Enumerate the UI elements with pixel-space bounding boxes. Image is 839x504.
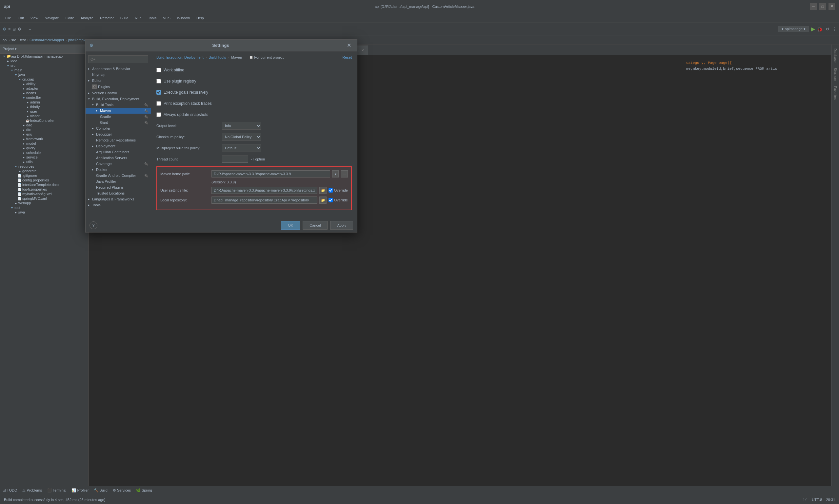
nav-item-test[interactable]: test — [20, 38, 26, 42]
settings-item-javaprofiler[interactable]: Java Profiler — [86, 179, 151, 184]
settings-item-deployment[interactable]: ▸ Deployment — [86, 143, 151, 149]
close-button[interactable]: ✕ — [828, 3, 835, 10]
tree-item-adapter[interactable]: ▸ adapter — [0, 86, 88, 91]
tree-item-service[interactable]: ▸ service — [0, 155, 88, 160]
nav-item-mapper[interactable]: CustomArticleMapper — [30, 38, 64, 42]
settings-item-appearance[interactable]: ▸ Appearance & Behavior — [86, 66, 151, 72]
user-settings-input[interactable] — [211, 187, 318, 194]
settings-item-docker[interactable]: ▸ Docker — [86, 167, 151, 173]
menu-file[interactable]: File — [3, 15, 14, 21]
settings-item-gradle-android[interactable]: Gradle-Android Compiler 🔌 — [86, 173, 151, 179]
settings-search-input[interactable] — [88, 55, 148, 63]
print-exceptions-checkbox[interactable] — [156, 101, 161, 106]
tree-item-query[interactable]: ▸ query — [0, 146, 88, 150]
multiproject-select[interactable]: Default Fail at end Never fail — [222, 144, 261, 152]
tree-item-thirdly[interactable]: ▸ thirdly — [0, 105, 88, 109]
tree-item-ability[interactable]: ▸ ability — [0, 82, 88, 86]
settings-item-debugger[interactable]: ▸ Debugger — [86, 131, 151, 137]
local-repo-browse-button[interactable]: 📁 — [319, 197, 327, 204]
side-tab-favorites[interactable]: Favorites — [833, 85, 838, 101]
tree-item-schedule[interactable]: ▸ schedule — [0, 150, 88, 155]
tree-item-enu[interactable]: ▸ enu — [0, 132, 88, 137]
tree-item-idea[interactable]: ▸ idea — [0, 59, 88, 63]
help-button[interactable]: ? — [89, 221, 97, 229]
menu-view[interactable]: View — [28, 15, 41, 21]
tree-item-beans[interactable]: ▸ beans — [0, 91, 88, 95]
local-repo-input[interactable] — [211, 197, 318, 204]
run-config-selector[interactable]: ▾ apimanage ▾ — [778, 26, 809, 32]
menu-run[interactable]: Run — [132, 15, 144, 21]
menu-analyze[interactable]: Analyze — [78, 15, 96, 21]
tree-item-api[interactable]: ▾ 📁 api D:\RJ\daima\api_manage\api — [0, 54, 88, 59]
settings-item-appservers[interactable]: Application Servers — [86, 155, 151, 161]
tree-item-utils[interactable]: ▸ utils — [0, 160, 88, 164]
output-level-select[interactable]: Info Debug Warning Error — [222, 122, 261, 130]
tree-item-framework[interactable]: ▸ framework — [0, 137, 88, 141]
settings-item-languages[interactable]: ▸ Languages & Frameworks — [86, 196, 151, 202]
tree-item-user[interactable]: ▸ user — [0, 109, 88, 114]
apply-button[interactable]: Apply — [330, 221, 353, 230]
execute-goals-checkbox[interactable] — [156, 90, 161, 95]
menu-edit[interactable]: Edit — [15, 15, 27, 21]
settings-item-maven[interactable]: ▸ Maven 🔌 — [86, 108, 151, 114]
settings-item-build-execution[interactable]: ▾ Build, Execution, Deployment — [86, 96, 151, 102]
menu-vcs[interactable]: VCS — [160, 15, 173, 21]
side-tab-structure[interactable]: Structure — [833, 67, 838, 83]
debug-button[interactable]: 🐞 — [817, 26, 823, 32]
settings-item-gradle[interactable]: Gradle 🔌 — [86, 114, 151, 120]
reset-button[interactable]: Reset — [342, 55, 352, 59]
tree-item-visitor[interactable]: ▸ visitor — [0, 114, 88, 118]
bottom-item-spring[interactable]: 🌿 Spring — [136, 488, 152, 492]
tree-item-configprops[interactable]: 📄 config.properties — [0, 178, 88, 182]
tree-item-test[interactable]: ▾ test — [0, 205, 88, 210]
checksum-policy-select[interactable]: No Global Policy Warn Fail — [222, 133, 261, 141]
tree-item-dto[interactable]: ▸ dto — [0, 127, 88, 132]
menu-window[interactable]: Window — [174, 15, 192, 21]
settings-item-gant[interactable]: Gant 🔌 — [86, 120, 151, 125]
settings-item-requiredplugins[interactable]: Required Plugins — [86, 184, 151, 190]
tree-item-generate[interactable]: ▸ generate — [0, 169, 88, 173]
bottom-item-todo[interactable]: ☑ TODO — [3, 488, 17, 492]
breadcrumb-build[interactable]: Build, Execution, Deployment — [156, 55, 204, 59]
bottom-item-problems[interactable]: ⚠ Problems — [22, 488, 42, 492]
tree-item-main[interactable]: ▾ main — [0, 68, 88, 72]
run-button[interactable]: ▶ — [811, 26, 815, 32]
tree-item-src[interactable]: ▾ src — [0, 63, 88, 68]
tree-item-interfaceTemplete[interactable]: 📄 interfaceTemplete.docx — [0, 182, 88, 187]
bottom-item-services[interactable]: ⚙ Services — [113, 488, 131, 492]
tree-item-test-java[interactable]: ▸ java — [0, 210, 88, 215]
menu-build[interactable]: Build — [118, 15, 131, 21]
bottom-item-terminal[interactable]: ⬛ Terminal — [47, 488, 66, 492]
tree-item-gitignore[interactable]: 📄 .gitignore — [0, 173, 88, 178]
tree-item-log4j[interactable]: 📄 log4j.properties — [0, 187, 88, 192]
project-header[interactable]: Project ▾ — [0, 44, 88, 54]
settings-item-arquillian[interactable]: Arquillian Containers — [86, 149, 151, 155]
bottom-item-build[interactable]: 🔨 Build — [94, 488, 107, 492]
always-update-checkbox[interactable] — [156, 112, 161, 117]
tree-item-springmvc[interactable]: 📄 springMVC.xml — [0, 196, 88, 201]
settings-item-versioncontrol[interactable]: ▸ Version Control — [86, 90, 151, 96]
menu-code[interactable]: Code — [63, 15, 77, 21]
cancel-button[interactable]: Cancel — [303, 221, 327, 230]
user-settings-browse-button[interactable]: 📁 — [319, 187, 327, 194]
menu-refactor[interactable]: Refactor — [97, 15, 116, 21]
settings-item-coverage[interactable]: Coverage 🔌 — [86, 161, 151, 167]
user-settings-override-checkbox[interactable] — [328, 188, 333, 193]
maven-home-dropdown-button[interactable]: ▾ — [332, 170, 339, 178]
tree-item-resources[interactable]: ▾ resources — [0, 164, 88, 169]
tree-item-controller[interactable]: ▾ controller — [0, 95, 88, 100]
tree-item-cn-crap[interactable]: ▾ cn.crap — [0, 77, 88, 82]
toolbar-icon-more[interactable]: ⋮ — [833, 27, 836, 32]
minimize-button[interactable]: ─ — [810, 3, 817, 10]
maximize-button[interactable]: □ — [819, 3, 826, 10]
tree-item-webapp[interactable]: ▸ webapp — [0, 201, 88, 205]
settings-item-compiler[interactable]: ▸ Compiler — [86, 125, 151, 131]
side-tab-database[interactable]: Database — [833, 47, 838, 64]
settings-item-buildtools[interactable]: ▾ Build Tools 🔌 — [86, 102, 151, 108]
settings-item-remotejar[interactable]: Remote Jar Repositories — [86, 137, 151, 143]
tree-item-indexcontroller[interactable]: ☕ IndexController — [0, 118, 88, 123]
plugin-registry-checkbox[interactable] — [156, 79, 161, 84]
tree-item-model[interactable]: ▸ model — [0, 141, 88, 146]
menu-help[interactable]: Help — [194, 15, 207, 21]
nav-item-api[interactable]: api — [3, 38, 7, 42]
